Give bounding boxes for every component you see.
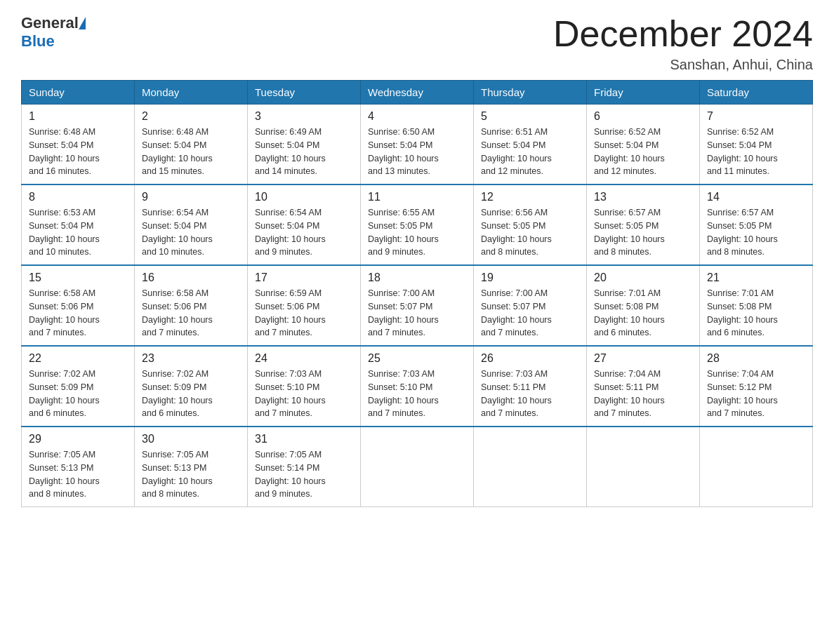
calendar-cell: 6Sunrise: 6:52 AMSunset: 5:04 PMDaylight… — [587, 105, 700, 185]
day-info: Sunrise: 6:48 AMSunset: 5:04 PMDaylight:… — [29, 126, 127, 178]
day-info: Sunrise: 7:02 AMSunset: 5:09 PMDaylight:… — [142, 368, 240, 420]
week-row-2: 8Sunrise: 6:53 AMSunset: 5:04 PMDaylight… — [22, 185, 813, 265]
day-number: 23 — [142, 352, 240, 365]
day-number: 16 — [142, 271, 240, 284]
month-title: December 2024 — [553, 14, 813, 54]
day-number: 9 — [142, 191, 240, 203]
header-friday: Friday — [587, 81, 700, 105]
day-info: Sunrise: 7:01 AMSunset: 5:08 PMDaylight:… — [594, 287, 692, 340]
day-info: Sunrise: 7:04 AMSunset: 5:12 PMDaylight:… — [707, 368, 805, 420]
day-info: Sunrise: 7:00 AMSunset: 5:07 PMDaylight:… — [368, 287, 466, 340]
header-monday: Monday — [135, 81, 248, 105]
day-number: 7 — [707, 110, 805, 123]
day-info: Sunrise: 6:51 AMSunset: 5:04 PMDaylight:… — [481, 126, 579, 178]
day-info: Sunrise: 7:03 AMSunset: 5:11 PMDaylight:… — [481, 368, 579, 420]
day-number: 30 — [142, 433, 240, 445]
day-info: Sunrise: 6:54 AMSunset: 5:04 PMDaylight:… — [142, 206, 240, 259]
day-number: 4 — [368, 110, 466, 123]
calendar-cell: 17Sunrise: 6:59 AMSunset: 5:06 PMDayligh… — [248, 265, 361, 346]
calendar-cell: 13Sunrise: 6:57 AMSunset: 5:05 PMDayligh… — [587, 185, 700, 265]
day-number: 3 — [255, 110, 353, 123]
calendar-cell: 2Sunrise: 6:48 AMSunset: 5:04 PMDaylight… — [135, 105, 248, 185]
day-info: Sunrise: 7:05 AMSunset: 5:13 PMDaylight:… — [142, 448, 240, 501]
calendar-cell: 29Sunrise: 7:05 AMSunset: 5:13 PMDayligh… — [22, 427, 135, 507]
day-number: 13 — [594, 191, 692, 203]
calendar-cell: 23Sunrise: 7:02 AMSunset: 5:09 PMDayligh… — [135, 346, 248, 427]
header-thursday: Thursday — [474, 81, 587, 105]
calendar-cell: 21Sunrise: 7:01 AMSunset: 5:08 PMDayligh… — [700, 265, 813, 346]
week-row-1: 1Sunrise: 6:48 AMSunset: 5:04 PMDaylight… — [22, 105, 813, 185]
day-number: 2 — [142, 110, 240, 123]
title-block: December 2024 Sanshan, Anhui, China — [553, 14, 813, 73]
calendar-cell — [700, 427, 813, 507]
header-saturday: Saturday — [700, 81, 813, 105]
day-info: Sunrise: 6:57 AMSunset: 5:05 PMDaylight:… — [594, 206, 692, 259]
day-info: Sunrise: 7:05 AMSunset: 5:14 PMDaylight:… — [255, 448, 353, 501]
day-number: 27 — [594, 352, 692, 365]
day-number: 1 — [29, 110, 127, 123]
calendar-cell: 25Sunrise: 7:03 AMSunset: 5:10 PMDayligh… — [361, 346, 474, 427]
logo-general: General — [21, 14, 79, 32]
calendar-cell: 8Sunrise: 6:53 AMSunset: 5:04 PMDaylight… — [22, 185, 135, 265]
calendar-cell: 12Sunrise: 6:56 AMSunset: 5:05 PMDayligh… — [474, 185, 587, 265]
day-info: Sunrise: 7:02 AMSunset: 5:09 PMDaylight:… — [29, 368, 127, 420]
calendar-cell: 7Sunrise: 6:52 AMSunset: 5:04 PMDaylight… — [700, 105, 813, 185]
calendar-body: 1Sunrise: 6:48 AMSunset: 5:04 PMDaylight… — [22, 105, 813, 507]
calendar-cell: 20Sunrise: 7:01 AMSunset: 5:08 PMDayligh… — [587, 265, 700, 346]
day-number: 21 — [707, 271, 805, 284]
day-info: Sunrise: 6:49 AMSunset: 5:04 PMDaylight:… — [255, 126, 353, 178]
day-number: 11 — [368, 191, 466, 203]
day-number: 17 — [255, 271, 353, 284]
header-sunday: Sunday — [22, 81, 135, 105]
day-info: Sunrise: 6:56 AMSunset: 5:05 PMDaylight:… — [481, 206, 579, 259]
calendar-cell: 19Sunrise: 7:00 AMSunset: 5:07 PMDayligh… — [474, 265, 587, 346]
day-info: Sunrise: 6:58 AMSunset: 5:06 PMDaylight:… — [29, 287, 127, 340]
day-number: 29 — [29, 433, 127, 445]
logo-blue: Blue — [21, 32, 55, 51]
calendar-cell: 11Sunrise: 6:55 AMSunset: 5:05 PMDayligh… — [361, 185, 474, 265]
header-tuesday: Tuesday — [248, 81, 361, 105]
calendar-cell: 10Sunrise: 6:54 AMSunset: 5:04 PMDayligh… — [248, 185, 361, 265]
logo-triangle-icon — [79, 17, 86, 29]
day-number: 5 — [481, 110, 579, 123]
week-row-5: 29Sunrise: 7:05 AMSunset: 5:13 PMDayligh… — [22, 427, 813, 507]
calendar-cell: 5Sunrise: 6:51 AMSunset: 5:04 PMDaylight… — [474, 105, 587, 185]
day-info: Sunrise: 6:48 AMSunset: 5:04 PMDaylight:… — [142, 126, 240, 178]
day-info: Sunrise: 7:03 AMSunset: 5:10 PMDaylight:… — [368, 368, 466, 420]
day-info: Sunrise: 6:58 AMSunset: 5:06 PMDaylight:… — [142, 287, 240, 340]
day-number: 19 — [481, 271, 579, 284]
day-number: 6 — [594, 110, 692, 123]
day-number: 18 — [368, 271, 466, 284]
day-info: Sunrise: 6:54 AMSunset: 5:04 PMDaylight:… — [255, 206, 353, 259]
calendar-cell: 18Sunrise: 7:00 AMSunset: 5:07 PMDayligh… — [361, 265, 474, 346]
day-info: Sunrise: 7:05 AMSunset: 5:13 PMDaylight:… — [29, 448, 127, 501]
calendar-cell: 31Sunrise: 7:05 AMSunset: 5:14 PMDayligh… — [248, 427, 361, 507]
day-number: 10 — [255, 191, 353, 203]
calendar-cell: 15Sunrise: 6:58 AMSunset: 5:06 PMDayligh… — [22, 265, 135, 346]
day-number: 26 — [481, 352, 579, 365]
day-number: 22 — [29, 352, 127, 365]
calendar-cell: 16Sunrise: 6:58 AMSunset: 5:06 PMDayligh… — [135, 265, 248, 346]
day-number: 20 — [594, 271, 692, 284]
day-number: 31 — [255, 433, 353, 445]
header-row: SundayMondayTuesdayWednesdayThursdayFrid… — [22, 81, 813, 105]
day-number: 14 — [707, 191, 805, 203]
day-number: 15 — [29, 271, 127, 284]
calendar-cell: 14Sunrise: 6:57 AMSunset: 5:05 PMDayligh… — [700, 185, 813, 265]
day-info: Sunrise: 6:53 AMSunset: 5:04 PMDaylight:… — [29, 206, 127, 259]
calendar-cell: 22Sunrise: 7:02 AMSunset: 5:09 PMDayligh… — [22, 346, 135, 427]
calendar-header: SundayMondayTuesdayWednesdayThursdayFrid… — [22, 81, 813, 105]
calendar-cell: 26Sunrise: 7:03 AMSunset: 5:11 PMDayligh… — [474, 346, 587, 427]
calendar-cell — [474, 427, 587, 507]
calendar-cell: 1Sunrise: 6:48 AMSunset: 5:04 PMDaylight… — [22, 105, 135, 185]
day-number: 25 — [368, 352, 466, 365]
logo: General Blue — [21, 14, 86, 51]
day-info: Sunrise: 6:52 AMSunset: 5:04 PMDaylight:… — [594, 126, 692, 178]
day-number: 12 — [481, 191, 579, 203]
page-header: General Blue December 2024 Sanshan, Anhu… — [21, 14, 813, 73]
calendar-cell: 3Sunrise: 6:49 AMSunset: 5:04 PMDaylight… — [248, 105, 361, 185]
day-info: Sunrise: 7:04 AMSunset: 5:11 PMDaylight:… — [594, 368, 692, 420]
calendar-cell: 27Sunrise: 7:04 AMSunset: 5:11 PMDayligh… — [587, 346, 700, 427]
calendar-cell — [361, 427, 474, 507]
day-info: Sunrise: 7:01 AMSunset: 5:08 PMDaylight:… — [707, 287, 805, 340]
